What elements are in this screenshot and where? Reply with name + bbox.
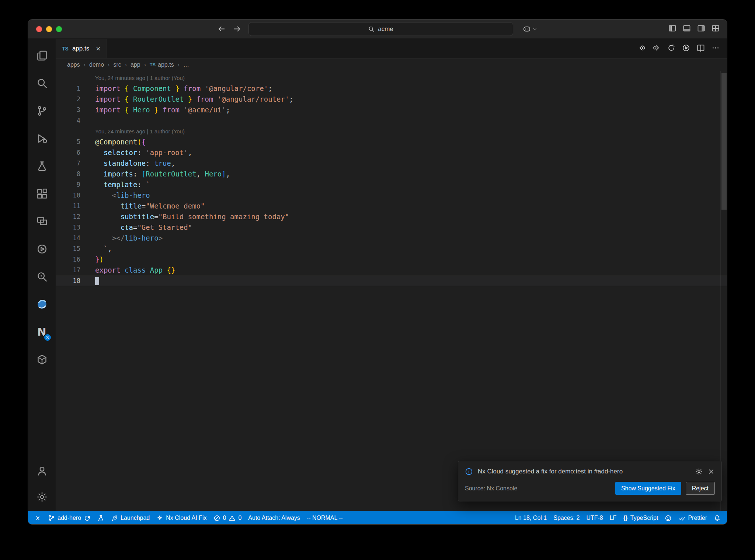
edge-devtools-icon[interactable] bbox=[34, 296, 50, 312]
search-icon[interactable] bbox=[34, 75, 50, 91]
more-actions-icon bbox=[711, 44, 720, 52]
open-changes-icon[interactable] bbox=[667, 44, 675, 53]
more-actions-icon[interactable] bbox=[711, 44, 720, 53]
run-debug-icon[interactable] bbox=[34, 130, 50, 147]
error-icon bbox=[213, 515, 220, 522]
code-line: 2import { RouterOutlet } from '@angular/… bbox=[56, 94, 727, 105]
close-tab-icon[interactable]: × bbox=[96, 45, 100, 52]
open-changes-icon bbox=[667, 44, 675, 52]
code-line: 14 ></lib-hero> bbox=[56, 233, 727, 244]
checkdouble-icon bbox=[678, 515, 685, 522]
split-editor-icon[interactable] bbox=[697, 44, 705, 53]
code-line: 3import { Hero } from '@acme/ui'; bbox=[56, 105, 727, 115]
remote-explorer-icon[interactable] bbox=[34, 213, 50, 230]
references-icon[interactable] bbox=[34, 269, 50, 285]
breadcrumb-item[interactable]: app bbox=[131, 62, 140, 68]
nx-icon[interactable]: N3 bbox=[34, 324, 50, 340]
cursor-position[interactable]: Ln 18, Col 1 bbox=[512, 511, 550, 525]
next-change-icon[interactable] bbox=[653, 44, 661, 53]
notifications-bell[interactable] bbox=[710, 511, 724, 525]
run-debug-icon bbox=[36, 133, 48, 144]
remote-icon bbox=[34, 515, 41, 522]
encoding[interactable]: UTF-8 bbox=[583, 511, 606, 525]
line-number: 1 bbox=[56, 83, 80, 94]
git-branch-status[interactable]: add-hero bbox=[45, 511, 94, 525]
code-editor[interactable]: You, 24 minutes ago | 1 author (You)1imp… bbox=[56, 71, 727, 511]
breadcrumb-separator-icon: › bbox=[125, 62, 127, 68]
show-suggested-fix-button[interactable]: Show Suggested Fix bbox=[615, 482, 681, 495]
status-bar: add-heroLaunchpadNx Cloud AI Fix00Auto A… bbox=[28, 511, 727, 525]
breadcrumb-item[interactable]: demo bbox=[89, 62, 104, 68]
close-button[interactable] bbox=[36, 26, 42, 32]
vscode-window: acme N3 TS app.ts × bbox=[28, 19, 727, 525]
code-line: 11 title="Welcmoe demo" bbox=[56, 201, 727, 211]
line-number: 2 bbox=[56, 94, 80, 105]
line-number: 4 bbox=[56, 115, 80, 126]
testing-icon[interactable] bbox=[34, 158, 50, 174]
customize-layout-icon[interactable] bbox=[711, 24, 720, 34]
toggle-panel-icon[interactable] bbox=[683, 24, 691, 34]
line-number bbox=[56, 73, 80, 83]
toggle-primary-sidebar-icon[interactable] bbox=[668, 24, 676, 34]
line-number bbox=[56, 126, 80, 137]
breadcrumb-item[interactable]: apps bbox=[67, 62, 80, 68]
problems[interactable]: 00 bbox=[210, 511, 245, 525]
typescript-file-icon: TS bbox=[62, 46, 69, 52]
line-number: 3 bbox=[56, 105, 80, 115]
eol[interactable]: LF bbox=[606, 511, 620, 525]
search-value: acme bbox=[378, 25, 393, 33]
breadcrumb-item[interactable]: TSapp.ts bbox=[150, 61, 174, 69]
copilot-menu[interactable] bbox=[523, 25, 537, 33]
extensions-icon[interactable] bbox=[34, 186, 50, 202]
command-center-search[interactable]: acme bbox=[248, 22, 513, 36]
scrollbar-thumb[interactable] bbox=[721, 73, 727, 210]
code-line: 18 bbox=[56, 276, 727, 286]
titlebar: acme bbox=[28, 20, 727, 39]
previous-change-icon bbox=[638, 44, 646, 52]
run-file-icon[interactable] bbox=[682, 44, 690, 53]
remote-explorer-icon bbox=[36, 216, 48, 227]
tests-status[interactable] bbox=[94, 511, 108, 525]
references-icon bbox=[36, 271, 48, 282]
tab-app-ts[interactable]: TS app.ts × bbox=[56, 39, 107, 58]
play-circle-icon[interactable] bbox=[34, 241, 50, 257]
language-mode[interactable]: {}TypeScript bbox=[620, 511, 661, 525]
breadcrumb-item[interactable]: src bbox=[113, 62, 121, 68]
settings-gear-icon[interactable] bbox=[34, 489, 50, 505]
auto-attach[interactable]: Auto Attach: Always bbox=[245, 511, 303, 525]
dev-container-icon bbox=[36, 354, 48, 365]
navigate-forward-icon[interactable] bbox=[233, 25, 241, 33]
line-number: 18 bbox=[56, 276, 80, 286]
toggle-secondary-sidebar-icon bbox=[697, 24, 705, 32]
line-number: 6 bbox=[56, 147, 80, 158]
close-notification-icon[interactable] bbox=[707, 468, 715, 475]
accounts-icon[interactable] bbox=[34, 463, 50, 479]
activity-bar: N3 bbox=[28, 39, 56, 511]
line-number: 13 bbox=[56, 222, 80, 233]
code-line: 10 <lib-hero bbox=[56, 190, 727, 201]
previous-change-icon[interactable] bbox=[638, 44, 646, 53]
line-number: 17 bbox=[56, 265, 80, 276]
braces-icon: {} bbox=[623, 515, 627, 522]
breadcrumb-item[interactable]: … bbox=[183, 62, 189, 68]
code-line: 4 bbox=[56, 115, 727, 126]
nx-launchpad[interactable]: Launchpad bbox=[108, 511, 153, 525]
notification-settings-gear-icon[interactable] bbox=[695, 468, 703, 475]
dev-container-icon[interactable] bbox=[34, 351, 50, 368]
minimize-button[interactable] bbox=[46, 26, 52, 32]
nx-cloud-ai-fix[interactable]: Nx Cloud AI Fix bbox=[153, 511, 210, 525]
indentation[interactable]: Spaces: 2 bbox=[550, 511, 583, 525]
code-line: 15 `, bbox=[56, 244, 727, 254]
explorer-icon[interactable] bbox=[34, 48, 50, 64]
remote-indicator[interactable] bbox=[31, 511, 45, 525]
navigate-back-icon[interactable] bbox=[218, 25, 226, 33]
vim-mode[interactable]: -- NORMAL -- bbox=[303, 511, 346, 525]
feedback-smiley[interactable] bbox=[661, 511, 675, 525]
toggle-panel-icon bbox=[683, 24, 691, 32]
toggle-secondary-sidebar-icon[interactable] bbox=[697, 24, 705, 34]
bell-icon bbox=[714, 515, 721, 522]
source-control-icon[interactable] bbox=[34, 103, 50, 119]
prettier[interactable]: Prettier bbox=[675, 511, 710, 525]
zoom-button[interactable] bbox=[56, 26, 62, 32]
reject-button[interactable]: Reject bbox=[686, 482, 715, 495]
